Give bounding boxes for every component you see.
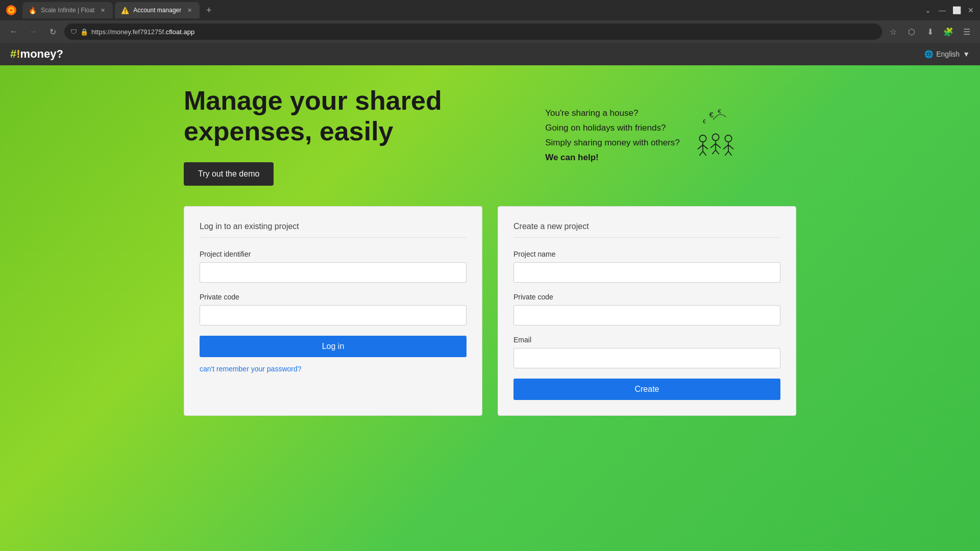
create-private-code-label: Private code [513, 293, 780, 301]
svg-line-15 [716, 143, 721, 147]
svg-text:€: € [718, 107, 721, 114]
close-button[interactable]: ✕ [966, 5, 976, 15]
project-name-label: Project name [513, 250, 780, 258]
language-label: English [936, 50, 960, 58]
reload-button[interactable]: ↻ [45, 24, 60, 39]
tab-account-manager[interactable]: ⚠️ Account manager ✕ [115, 2, 200, 18]
svg-line-8 [698, 145, 703, 149]
svg-point-18 [725, 135, 731, 142]
svg-line-23 [728, 151, 732, 155]
back-button[interactable]: ← [6, 24, 21, 39]
svg-point-2 [10, 9, 13, 12]
browser-chrome: 🔥 Scale Infinite | Float ✕ ⚠️ Account ma… [0, 0, 980, 43]
tab1-close[interactable]: ✕ [99, 6, 107, 14]
tab2-favicon: ⚠️ [121, 7, 129, 14]
svg-line-10 [699, 151, 703, 155]
tab1-favicon: 🔥 [29, 7, 37, 14]
project-name-group: Project name [513, 250, 780, 283]
menu-button[interactable]: ☰ [960, 24, 974, 39]
create-private-code-group: Private code [513, 293, 780, 325]
project-id-input[interactable] [200, 262, 467, 283]
email-group: Email [513, 336, 780, 368]
hero-title: Manage your shared expenses, easily [184, 86, 490, 147]
tab2-title: Account manager [133, 7, 181, 14]
login-button[interactable]: Log in [200, 336, 467, 357]
bookmark-star-button[interactable]: ☆ [886, 24, 900, 39]
hero-tagline: You're sharing a house? Going on holiday… [490, 106, 796, 165]
tab-scale-infinite[interactable]: 🔥 Scale Infinite | Float ✕ [22, 2, 113, 18]
svg-line-14 [710, 143, 716, 147]
globe-icon: 🌐 [924, 50, 933, 58]
tagline-line2: Going on holidays with friends? [545, 121, 680, 136]
app-logo: #!money? [10, 47, 63, 61]
tagline-cta: We can help! [545, 151, 680, 165]
email-input[interactable] [513, 348, 780, 368]
project-id-label: Project identifier [200, 250, 467, 258]
svg-line-11 [703, 151, 706, 155]
project-id-group: Project identifier [200, 250, 467, 283]
login-form-title: Log in to an existing project [200, 222, 467, 238]
minimize-button[interactable]: — [937, 5, 947, 15]
login-private-code-group: Private code [200, 293, 467, 325]
tagline-text: You're sharing a house? Going on holiday… [545, 106, 680, 165]
svg-point-12 [712, 134, 719, 140]
forgot-password-link[interactable]: can't remember your password? [200, 365, 302, 373]
tab2-close[interactable]: ✕ [185, 6, 193, 14]
svg-line-17 [716, 150, 719, 154]
tagline-line1: You're sharing a house? [545, 106, 680, 121]
shield-icon: 🛡 [70, 28, 77, 36]
app-header: #!money? 🌐 English ▼ [0, 43, 980, 65]
svg-line-22 [725, 151, 728, 155]
browser-toolbar: ← → ↻ 🛡 🔒 https://money.fef791275f.cfloa… [0, 20, 980, 43]
forms-section: Log in to an existing project Project id… [184, 206, 796, 416]
login-private-code-label: Private code [200, 293, 467, 301]
create-button[interactable]: Create [513, 379, 780, 400]
login-form-card: Log in to an existing project Project id… [184, 206, 482, 416]
language-selector[interactable]: 🌐 English ▼ [924, 50, 970, 58]
toolbar-right: ☆ ⬡ ⬇ 🧩 ☰ [886, 24, 974, 39]
hero-text: Manage your shared expenses, easily Try … [184, 86, 490, 186]
svg-line-9 [703, 145, 708, 149]
svg-text:€: € [703, 119, 706, 124]
lock-icon: 🔒 [80, 28, 88, 36]
url-text: https://money.fef791275f.cfloat.app [91, 28, 876, 36]
chevron-down-icon: ▼ [963, 50, 970, 58]
hero-section: Manage your shared expenses, easily Try … [184, 86, 796, 186]
firefox-icon [4, 3, 18, 17]
page-content: Manage your shared expenses, easily Try … [0, 65, 980, 551]
svg-line-21 [728, 145, 733, 149]
extensions-button[interactable]: 🧩 [941, 24, 955, 39]
address-bar[interactable]: 🛡 🔒 https://money.fef791275f.cfloat.app [64, 23, 882, 40]
pocket-button[interactable]: ⬡ [904, 24, 919, 39]
tab-bar-controls: ⌄ — ⬜ ✕ [923, 5, 976, 15]
svg-point-6 [699, 135, 706, 142]
email-label: Email [513, 336, 780, 344]
project-name-input[interactable] [513, 262, 780, 283]
forward-button[interactable]: → [26, 24, 41, 39]
tagline-line3: Simply sharing money with others? [545, 136, 680, 151]
demo-button[interactable]: Try out the demo [184, 162, 274, 186]
login-private-code-input[interactable] [200, 305, 467, 325]
tab1-title: Scale Infinite | Float [41, 7, 94, 14]
create-form-title: Create a new project [513, 222, 780, 238]
svg-line-16 [712, 150, 716, 154]
create-private-code-input[interactable] [513, 305, 780, 325]
maximize-button[interactable]: ⬜ [951, 5, 962, 15]
svg-text:€: € [709, 110, 714, 119]
tab-bar: 🔥 Scale Infinite | Float ✕ ⚠️ Account ma… [0, 0, 980, 20]
create-form-card: Create a new project Project name Privat… [498, 206, 796, 416]
tab-list-button[interactable]: ⌄ [923, 5, 933, 15]
people-illustration: € € € [690, 107, 741, 165]
new-tab-button[interactable]: + [202, 3, 216, 17]
downloads-button[interactable]: ⬇ [923, 24, 937, 39]
svg-line-20 [723, 145, 728, 149]
